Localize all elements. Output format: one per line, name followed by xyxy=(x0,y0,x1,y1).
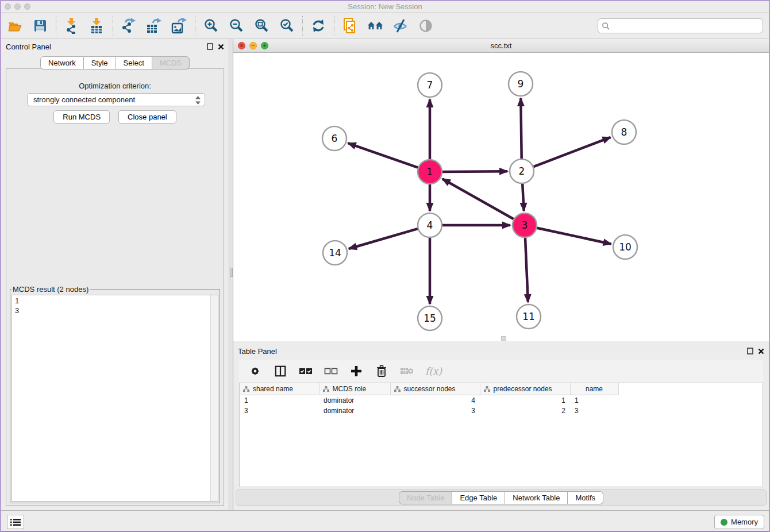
edge-3-11[interactable] xyxy=(525,238,528,302)
table-cell[interactable]: dominator xyxy=(319,395,390,406)
table-row[interactable]: 3dominator323 xyxy=(240,406,618,416)
edge-2-3[interactable] xyxy=(522,184,524,211)
network-canvas[interactable]: 7968124314101511 xyxy=(233,53,769,341)
network-graph[interactable]: 7968124314101511 xyxy=(233,53,769,341)
network-minimize-icon[interactable]: − xyxy=(249,42,257,49)
export-image-icon[interactable] xyxy=(171,18,187,34)
tab-network-table[interactable]: Network Table xyxy=(505,491,568,504)
network-maximize-icon[interactable]: + xyxy=(261,42,268,49)
svg-text:8: 8 xyxy=(621,126,627,138)
column-header-successor-nodes[interactable]: successor nodes xyxy=(390,383,480,395)
svg-text:3: 3 xyxy=(522,219,528,231)
save-session-icon[interactable] xyxy=(32,18,48,34)
graph-node-9[interactable]: 9 xyxy=(509,72,533,96)
export-table-icon[interactable] xyxy=(146,18,162,34)
show-all-networks-icon[interactable] xyxy=(367,18,383,34)
import-network-icon[interactable] xyxy=(64,18,80,34)
float-panel-icon[interactable] xyxy=(207,43,213,50)
zoom-selected-icon[interactable] xyxy=(279,18,295,34)
tab-node-table[interactable]: Node Table xyxy=(399,491,453,504)
close-panel-button[interactable]: Close panel xyxy=(118,110,176,124)
tab-edge-table[interactable]: Edge Table xyxy=(452,491,505,504)
hide-selected-icon[interactable] xyxy=(392,18,409,34)
column-label: shared name xyxy=(253,385,293,393)
toolbar-separator xyxy=(334,16,334,36)
node-table[interactable]: shared nameMCDS rolesuccessor nodesprede… xyxy=(239,383,763,487)
run-mcds-button[interactable]: Run MCDS xyxy=(53,110,110,124)
close-panel-icon[interactable] xyxy=(758,348,764,354)
tab-select[interactable]: Select xyxy=(116,56,152,70)
table-cell[interactable]: 3 xyxy=(390,406,480,416)
canvas-scroll-grip[interactable] xyxy=(501,336,506,341)
table-cell[interactable]: 1 xyxy=(570,395,618,406)
graph-node-2[interactable]: 2 xyxy=(510,159,534,183)
global-search-field[interactable] xyxy=(598,18,763,33)
float-panel-icon[interactable] xyxy=(747,348,753,354)
tab-network[interactable]: Network xyxy=(40,56,84,70)
table-cell[interactable]: 3 xyxy=(240,406,319,416)
column-header-predecessor-nodes[interactable]: predecessor nodes xyxy=(480,383,570,395)
svg-text:9: 9 xyxy=(518,78,524,90)
splitter-grip[interactable] xyxy=(230,268,233,277)
task-history-button[interactable] xyxy=(7,515,24,529)
zoom-fit-icon[interactable] xyxy=(253,18,270,34)
edge-3-1[interactable] xyxy=(442,179,514,219)
export-network-icon[interactable] xyxy=(121,18,137,34)
mcds-result-scrollbar[interactable] xyxy=(210,295,218,501)
column-header-name[interactable]: name xyxy=(570,383,618,395)
table-cell[interactable]: dominator xyxy=(319,406,390,416)
graph-node-1[interactable]: 1 xyxy=(418,160,442,184)
column-header-MCDS-role[interactable]: MCDS role xyxy=(319,383,390,395)
criterion-dropdown[interactable]: strongly connected component xyxy=(27,93,205,106)
mcds-result-list[interactable]: 13 xyxy=(11,295,218,502)
copy-network-icon[interactable] xyxy=(342,18,358,34)
edge-4-14[interactable] xyxy=(349,229,418,249)
table-cell[interactable]: 3 xyxy=(570,406,618,416)
import-table-icon[interactable] xyxy=(89,18,105,34)
zoom-out-icon[interactable] xyxy=(228,18,244,34)
edge-3-10[interactable] xyxy=(537,228,611,244)
node-table-header[interactable]: shared nameMCDS rolesuccessor nodesprede… xyxy=(240,383,618,395)
column-layout-icon[interactable] xyxy=(274,364,287,378)
edge-1-6[interactable] xyxy=(348,143,418,168)
network-close-icon[interactable]: × xyxy=(238,42,245,49)
graph-node-10[interactable]: 10 xyxy=(613,235,637,259)
table-cell[interactable]: 1 xyxy=(480,395,570,406)
memory-button-label: Memory xyxy=(731,518,758,526)
table-cell[interactable]: 4 xyxy=(390,395,480,406)
graph-node-3[interactable]: 3 xyxy=(513,213,537,237)
tab-mcds[interactable]: MCDS xyxy=(152,56,190,70)
close-panel-icon[interactable] xyxy=(218,44,224,50)
vertical-splitter[interactable] xyxy=(229,39,233,510)
table-row[interactable]: 1dominator411 xyxy=(240,395,618,406)
node-table-body[interactable]: 1dominator4113dominator323 xyxy=(240,395,618,417)
graph-node-15[interactable]: 15 xyxy=(418,306,442,330)
graph-node-14[interactable]: 14 xyxy=(323,241,347,265)
tab-style[interactable]: Style xyxy=(84,56,116,70)
add-column-icon[interactable] xyxy=(349,364,363,378)
toolbar-separator xyxy=(195,16,195,36)
graph-node-4[interactable]: 4 xyxy=(418,213,442,237)
edge-2-8[interactable] xyxy=(534,137,611,167)
edge-2-9[interactable] xyxy=(521,98,521,159)
open-session-icon[interactable] xyxy=(7,18,23,34)
search-input[interactable] xyxy=(613,22,759,30)
graph-node-6[interactable]: 6 xyxy=(322,126,346,151)
table-cell[interactable]: 2 xyxy=(480,406,570,416)
deselect-all-columns-icon[interactable] xyxy=(324,364,338,378)
graph-node-8[interactable]: 8 xyxy=(612,120,636,144)
table-cell[interactable]: 1 xyxy=(240,395,319,406)
tab-motifs[interactable]: Motifs xyxy=(568,491,603,504)
column-header-shared-name[interactable]: shared name xyxy=(240,383,319,395)
svg-text:1: 1 xyxy=(427,166,433,178)
zoom-in-icon[interactable] xyxy=(203,18,219,34)
settings-gear-icon[interactable] xyxy=(248,364,262,378)
memory-button[interactable]: Memory xyxy=(714,515,764,529)
delete-column-icon[interactable] xyxy=(375,364,388,378)
graph-node-11[interactable]: 11 xyxy=(517,304,541,329)
edge-1-2[interactable] xyxy=(442,171,507,172)
graph-node-7[interactable]: 7 xyxy=(418,73,442,97)
refresh-layout-icon[interactable] xyxy=(310,18,326,34)
chevron-up-down-icon xyxy=(195,95,201,105)
select-all-columns-icon[interactable] xyxy=(299,364,313,378)
